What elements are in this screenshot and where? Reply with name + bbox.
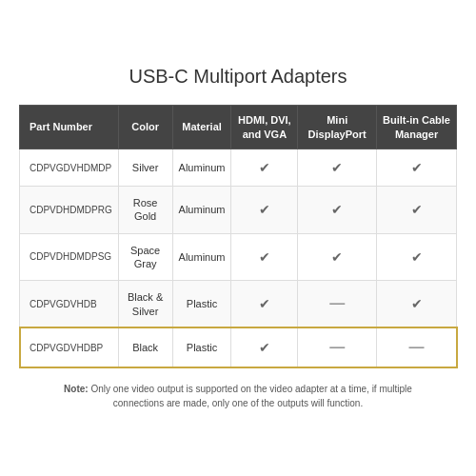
check-icon: ✔	[331, 202, 343, 217]
cell-mini-dp: —	[298, 281, 377, 328]
cell-cable-mgr: —	[377, 327, 457, 367]
cell-material: Aluminum	[172, 187, 231, 234]
cell-hdmi: ✔	[231, 233, 298, 281]
cell-cable-mgr: ✔	[377, 281, 457, 328]
note-label: Note:	[64, 384, 89, 394]
header-material: Material	[172, 106, 231, 149]
cell-part-number: CDPVGDVHDBP	[20, 327, 119, 367]
check-icon: ✔	[259, 249, 270, 265]
cell-mini-dp: ✔	[298, 233, 377, 281]
check-icon: ✔	[411, 249, 423, 265]
check-icon: ✔	[411, 160, 423, 175]
dash-icon: —	[329, 339, 345, 355]
check-icon: ✔	[259, 340, 270, 355]
cell-cable-mgr: ✔	[377, 149, 457, 186]
cell-color: Space Gray	[118, 233, 172, 281]
table-row: CDPVGDVHDMDP Silver Aluminum ✔ ✔ ✔	[20, 149, 457, 186]
cell-mini-dp: ✔	[298, 149, 377, 186]
comparison-table: Part Number Color Material HDMI, DVI, an…	[19, 105, 457, 367]
note-text: Only one video output is supported on th…	[89, 384, 412, 408]
cell-hdmi: ✔	[231, 149, 298, 186]
header-hdmi: HDMI, DVI, and VGA	[231, 106, 298, 149]
header-color: Color	[118, 106, 172, 149]
cell-material: Aluminum	[172, 149, 231, 186]
cell-part-number: CDPVDHDMDPSG	[20, 233, 119, 281]
footnote: Note: Only one video output is supported…	[38, 382, 438, 410]
cell-hdmi: ✔	[231, 281, 298, 328]
check-icon: ✔	[411, 296, 423, 311]
cell-mini-dp: —	[298, 327, 377, 367]
header-mini-dp: Mini DisplayPort	[298, 106, 377, 149]
cell-cable-mgr: ✔	[377, 233, 457, 281]
dash-icon: —	[329, 295, 345, 311]
dash-icon: —	[409, 339, 425, 355]
cell-color: Black & Silver	[118, 281, 172, 328]
cell-hdmi: ✔	[231, 187, 298, 234]
table-row: CDPVGDVHDBP Black Plastic ✔ — —	[20, 327, 457, 367]
header-part-number: Part Number	[20, 106, 119, 149]
cell-material: Aluminum	[172, 233, 231, 281]
table-row: CDPVDHDMDPRG Rose Gold Aluminum ✔ ✔ ✔	[20, 187, 457, 234]
check-icon: ✔	[259, 202, 270, 217]
check-icon: ✔	[259, 296, 270, 311]
cell-mini-dp: ✔	[298, 187, 377, 234]
page-title: USB-C Multiport Adapters	[129, 66, 347, 88]
cell-color: Black	[118, 327, 172, 367]
table-row: CDPVGDVHDB Black & Silver Plastic ✔ — ✔	[20, 281, 457, 328]
cell-color: Rose Gold	[118, 187, 172, 234]
cell-part-number: CDPVGDVHDMDP	[20, 149, 119, 186]
cell-color: Silver	[118, 149, 172, 186]
header-cable-mgr: Built-in Cable Manager	[377, 106, 457, 149]
table-row: CDPVDHDMDPSG Space Gray Aluminum ✔ ✔ ✔	[20, 233, 457, 281]
check-icon: ✔	[259, 160, 270, 175]
cell-part-number: CDPVGDVHDB	[20, 281, 119, 328]
cell-material: Plastic	[172, 327, 231, 367]
check-icon: ✔	[331, 249, 343, 265]
check-icon: ✔	[331, 160, 343, 175]
cell-part-number: CDPVDHDMDPRG	[20, 187, 119, 234]
cell-material: Plastic	[172, 281, 231, 328]
check-icon: ✔	[411, 202, 423, 217]
cell-cable-mgr: ✔	[377, 187, 457, 234]
cell-hdmi: ✔	[231, 327, 298, 367]
table-header-row: Part Number Color Material HDMI, DVI, an…	[20, 106, 457, 149]
